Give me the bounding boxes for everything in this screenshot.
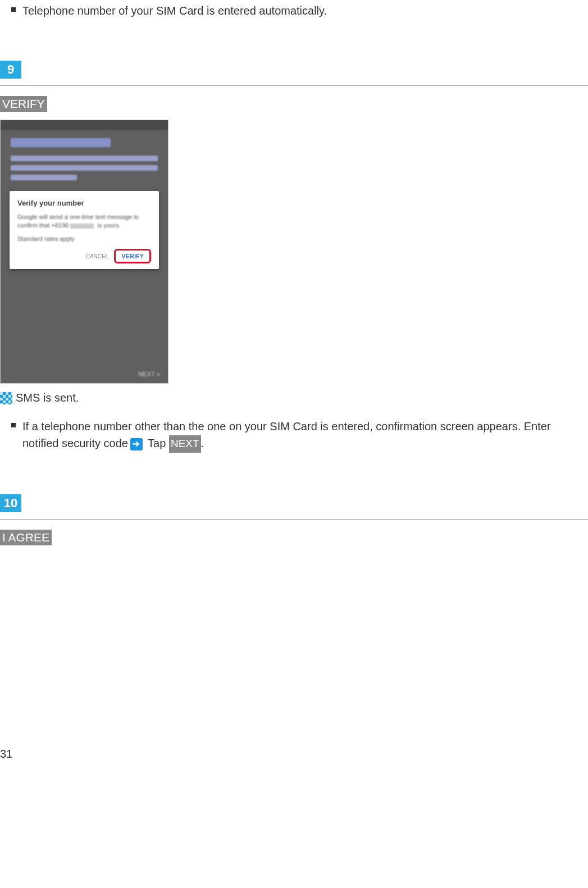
dialog-verify-button[interactable]: VERIFY <box>114 249 151 263</box>
note-prefix: If a telephone number other than the one… <box>22 420 551 449</box>
bullet-text: Telephone number of your SIM Card is ent… <box>22 2 327 19</box>
dialog-cancel-button[interactable]: CANCEL <box>86 253 109 259</box>
verify-badge: VERIFY <box>0 96 47 112</box>
next-badge: NEXT <box>169 435 201 453</box>
bullet-icon <box>11 7 16 12</box>
phone-footer-next: NEXT > <box>138 371 160 377</box>
bullet-text: If a telephone number other than the one… <box>22 418 588 453</box>
bullet-sim-auto: Telephone number of your SIM Card is ent… <box>11 2 588 19</box>
verify-dialog: Verify your number Google will send a on… <box>10 191 159 269</box>
arrow-right-icon: ➔ <box>130 438 143 450</box>
step-number-9: 9 <box>0 61 21 79</box>
dialog-body-suffix: is yours. <box>98 222 121 229</box>
bullet-icon <box>11 423 16 427</box>
dialog-body: Google will send a one-time text message… <box>17 213 151 243</box>
bullet-other-number-note: If a telephone number other than the one… <box>11 418 588 453</box>
step-number-10: 10 <box>0 494 21 512</box>
result-icon <box>0 392 12 404</box>
dialog-title: Verify your number <box>17 199 151 207</box>
phone-screenshot-verify: Verify your number Google will send a on… <box>0 120 168 384</box>
i-agree-badge: I AGREE <box>0 530 52 545</box>
note-tap: Tap <box>148 437 166 449</box>
page-number: 31 <box>0 748 588 761</box>
result-sms-sent: SMS is sent. <box>0 391 588 404</box>
note-period: . <box>201 437 204 449</box>
phone-status-bar <box>1 120 168 130</box>
dialog-phone-masked: +8190 <box>52 222 69 229</box>
dialog-rates: Standard rates apply <box>17 235 75 242</box>
divider <box>0 519 588 520</box>
result-text: SMS is sent. <box>16 391 79 404</box>
dialog-actions: CANCEL VERIFY <box>17 249 151 263</box>
divider <box>0 85 588 86</box>
phone-background-text <box>1 130 168 186</box>
